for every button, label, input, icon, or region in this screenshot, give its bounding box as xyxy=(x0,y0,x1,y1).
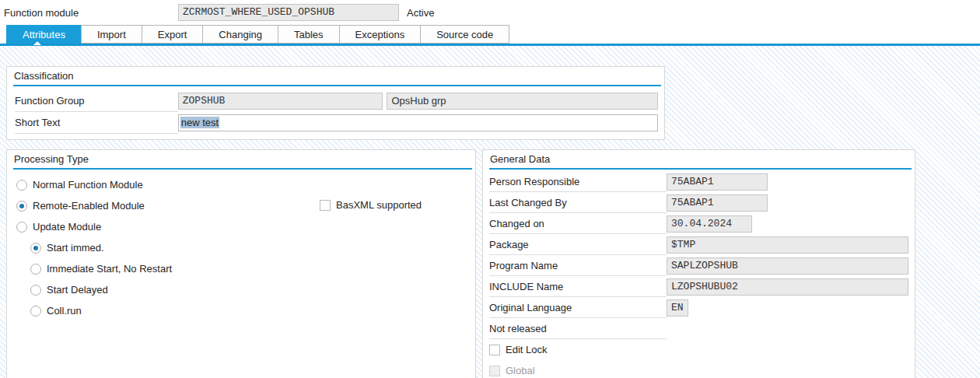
last-changed-by-row: Last Changed By 75ABAP1 xyxy=(489,192,908,213)
radio-immediate-start-no-restart[interactable]: Immediate Start, No Restart xyxy=(7,258,475,279)
radio-icon xyxy=(16,180,27,191)
general-data-title: General Data xyxy=(483,150,915,166)
package-field[interactable]: $TMP xyxy=(667,236,908,254)
tab-changing[interactable]: Changing xyxy=(202,25,278,44)
changed-on-field[interactable]: 30.04.2024 xyxy=(667,215,752,233)
program-name-field[interactable]: SAPLZOPSHUB xyxy=(667,257,908,275)
function-module-field[interactable]: ZCRMOST_WHERE_USED_OPSHUB xyxy=(178,4,399,21)
function-group-field[interactable]: ZOPSHUB xyxy=(178,93,383,110)
package-row: Package $TMP xyxy=(489,234,908,255)
short-text-input[interactable]: new test xyxy=(178,114,658,131)
checkbox-icon xyxy=(489,366,500,376)
short-text-selected-value: new test xyxy=(180,117,219,128)
classification-title: Classification xyxy=(7,67,664,82)
last-changed-by-field[interactable]: 75ABAP1 xyxy=(667,194,768,212)
header-bar: Function module ZCRMOST_WHERE_USED_OPSHU… xyxy=(0,0,980,25)
tab-source-code[interactable]: Source code xyxy=(420,25,509,44)
include-name-field[interactable]: LZOPSHUBU02 xyxy=(667,278,908,296)
active-tab-caret-icon xyxy=(31,39,44,44)
original-language-field[interactable]: EN xyxy=(667,299,688,317)
radio-update-module[interactable]: Update Module xyxy=(7,216,475,237)
tab-export[interactable]: Export xyxy=(142,25,204,44)
radio-icon xyxy=(30,306,41,317)
tab-tables[interactable]: Tables xyxy=(278,25,340,44)
function-module-attributes-screen: Function module ZCRMOST_WHERE_USED_OPSHU… xyxy=(0,0,980,378)
tab-strip: Attributes Import Export Changing Tables… xyxy=(6,25,980,44)
release-status-row: Not released xyxy=(489,318,908,339)
classification-panel: Classification Function Group ZOPSHUB Op… xyxy=(6,66,665,140)
radio-icon xyxy=(30,285,41,296)
global-checkbox: Global xyxy=(489,360,908,378)
radio-icon xyxy=(30,264,41,275)
status-text: Active xyxy=(407,7,434,19)
person-responsible-row: Person Responsible 75ABAP1 xyxy=(489,171,908,192)
radio-coll-run[interactable]: Coll.run xyxy=(7,300,475,321)
function-group-label: Function Group xyxy=(15,90,178,112)
tab-exceptions[interactable]: Exceptions xyxy=(339,25,422,44)
radio-icon xyxy=(30,243,41,254)
radio-normal-function-module[interactable]: Normal Function Module xyxy=(7,174,475,195)
release-status-text: Not released xyxy=(489,318,667,339)
changed-on-row: Changed on 30.04.2024 xyxy=(489,213,908,234)
original-language-row: Original Language EN xyxy=(489,297,908,318)
short-text-label: Short Text xyxy=(15,112,178,134)
processing-type-panel: Processing Type Normal Function Module R… xyxy=(6,149,476,378)
program-name-row: Program Name SAPLZOPSHUB xyxy=(489,255,908,276)
radio-start-immed[interactable]: Start immed. xyxy=(7,237,475,258)
tab-import[interactable]: Import xyxy=(81,25,142,44)
checkbox-icon xyxy=(320,200,331,211)
tab-attributes[interactable]: Attributes xyxy=(6,25,82,44)
function-group-description-field[interactable]: OpsHub grp xyxy=(387,93,658,110)
radio-icon xyxy=(16,201,27,212)
function-group-row: Function Group ZOPSHUB OpsHub grp xyxy=(15,90,658,112)
processing-type-title: Processing Type xyxy=(7,150,475,166)
include-name-row: INCLUDE Name LZOPSHUBU02 xyxy=(489,276,908,297)
function-module-label: Function module xyxy=(4,7,178,19)
checkbox-icon xyxy=(489,345,500,355)
basxml-supported-checkbox[interactable]: BasXML supported xyxy=(320,194,422,215)
radio-icon xyxy=(16,222,27,233)
short-text-row: Short Text new test xyxy=(15,112,658,134)
general-data-panel: General Data Person Responsible 75ABAP1 … xyxy=(482,149,915,378)
edit-lock-checkbox[interactable]: Edit Lock xyxy=(489,339,908,360)
content-area: Classification Function Group ZOPSHUB Op… xyxy=(0,46,980,378)
person-responsible-field[interactable]: 75ABAP1 xyxy=(667,173,768,191)
radio-start-delayed[interactable]: Start Delayed xyxy=(7,279,475,300)
